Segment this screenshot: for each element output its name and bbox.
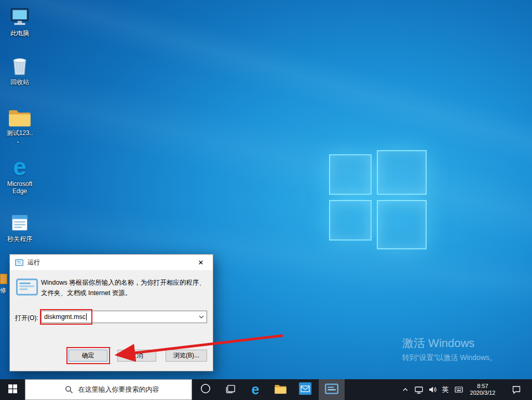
cortana-button[interactable] xyxy=(193,379,218,400)
recycle-bin-icon xyxy=(9,53,31,77)
desktop-icon-edge[interactable]: e Microsoft Edge xyxy=(3,155,36,195)
taskbar-active-app-run[interactable] xyxy=(319,379,345,400)
description-line1: Windows 将根据你所输入的名称，为你打开相应的程序、 xyxy=(41,277,208,288)
desktop-icon-this-pc[interactable]: 此电脑 xyxy=(3,4,36,37)
wallpaper-windows-logo-pane xyxy=(329,154,372,195)
desktop-icon-label: Microsoft Edge xyxy=(3,180,36,195)
edge-icon: e xyxy=(251,383,259,397)
search-input[interactable]: 在这里输入你要搜索的内容 xyxy=(25,379,192,400)
open-input-value: diskmgmt.msc xyxy=(42,313,86,321)
open-input[interactable]: diskmgmt.msc xyxy=(41,311,207,323)
text-caret xyxy=(86,313,87,321)
clock[interactable]: 8:57 2020/3/12 xyxy=(466,379,499,400)
network-icon[interactable] xyxy=(412,379,426,400)
this-pc-icon xyxy=(9,4,31,28)
close-icon[interactable]: ✕ xyxy=(189,255,213,270)
wallpaper-windows-logo-pane xyxy=(377,150,427,195)
watermark-line1: 激活 Windows xyxy=(402,337,497,350)
program-window-icon xyxy=(9,210,31,234)
edge-icon: e xyxy=(13,155,26,179)
cancel-button[interactable]: 取消 xyxy=(117,350,156,362)
desktop-icon-label: 秒关程序 xyxy=(7,235,32,243)
action-center-icon[interactable] xyxy=(504,379,528,400)
partial-icon-art xyxy=(0,274,7,284)
wallpaper-windows-logo-pane xyxy=(329,200,372,241)
mail-icon xyxy=(299,382,311,397)
windows-logo-icon xyxy=(8,384,17,395)
start-button[interactable] xyxy=(0,379,25,400)
run-dialog: 运行 ✕ Windows 将根据你所输入的名称，为你打开相应的程序、 文件夹、文… xyxy=(9,254,213,371)
browse-button[interactable]: 浏览(B)... xyxy=(166,350,207,362)
task-view-button[interactable] xyxy=(218,379,243,400)
desktop-icon-label: 修 xyxy=(0,286,8,295)
desktop-icon-recycle-bin[interactable]: 回收站 xyxy=(3,53,36,86)
mail-button[interactable] xyxy=(293,379,318,400)
clock-time: 8:57 xyxy=(477,383,488,390)
run-icon xyxy=(16,278,38,297)
run-dialog-titlebar[interactable]: 运行 xyxy=(10,255,213,270)
wallpaper-beam xyxy=(0,42,532,254)
taskbar-edge-button[interactable]: e xyxy=(243,379,268,400)
run-dialog-title: 运行 xyxy=(28,258,40,267)
folder-icon xyxy=(8,104,32,128)
clock-date: 2020/3/12 xyxy=(470,390,496,396)
desktop-icon-program[interactable]: 秒关程序 xyxy=(3,210,36,243)
run-dialog-description: Windows 将根据你所输入的名称，为你打开相应的程序、 文件夹、文档或 In… xyxy=(41,277,208,298)
speaker-icon[interactable] xyxy=(426,379,439,400)
touch-keyboard-icon[interactable] xyxy=(452,379,466,400)
desktop-icon-label: 回收站 xyxy=(10,78,29,86)
wallpaper-windows-logo-pane xyxy=(377,200,427,249)
activate-windows-watermark: 激活 Windows 转到“设置”以激活 Windows。 xyxy=(402,337,497,363)
run-dialog-title-icon xyxy=(15,259,23,266)
desktop-icon-test-folder[interactable]: 测试123.. 。 xyxy=(3,104,36,144)
cortana-icon xyxy=(200,383,211,396)
desktop-icon-partial[interactable]: 修 xyxy=(0,274,8,298)
task-view-icon xyxy=(225,383,236,396)
search-icon xyxy=(65,385,73,394)
description-line2: 文件夹、文档或 Internet 资源。 xyxy=(41,288,208,298)
folder-icon xyxy=(274,383,287,396)
search-placeholder: 在这里输入你要搜索的内容 xyxy=(78,385,159,394)
desktop-icon-label: 此电脑 xyxy=(10,30,29,37)
file-explorer-button[interactable] xyxy=(268,379,293,400)
ok-button[interactable]: 确定 xyxy=(69,350,107,362)
wallpaper-beam xyxy=(0,0,532,175)
open-label: 打开(O): xyxy=(15,314,38,323)
tray-chevron-up-icon[interactable] xyxy=(399,379,412,400)
desktop-icon-label: 测试123.. 。 xyxy=(3,129,36,144)
ime-language-indicator[interactable]: 英 xyxy=(439,379,452,400)
chevron-down-icon[interactable] xyxy=(197,312,206,322)
taskbar: 在这里输入你要搜索的内容 e 英 xyxy=(0,379,532,400)
console-window-icon xyxy=(325,383,338,396)
watermark-line2: 转到“设置”以激活 Windows。 xyxy=(402,353,497,363)
